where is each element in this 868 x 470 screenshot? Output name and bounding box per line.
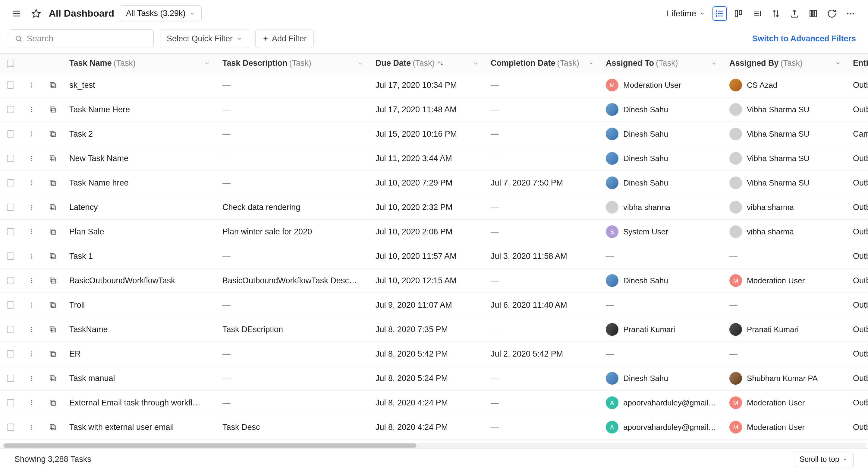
- due-date-cell: Jul 8, 2020 7:35 PM: [370, 325, 485, 334]
- table-row[interactable]: Task 1—Jul 10, 2020 11:57 AMJul 3, 2020 …: [0, 244, 868, 268]
- tasks-filter-dropdown[interactable]: All Tasks (3.29k): [120, 5, 202, 22]
- open-task-icon[interactable]: [42, 106, 63, 113]
- list-view-button[interactable]: [712, 6, 727, 21]
- svg-point-19: [847, 13, 848, 14]
- table-row[interactable]: TaskNameTask DEscriptionJul 8, 2020 7:35…: [0, 317, 868, 342]
- assigned-to-cell: Pranati Kumari: [600, 323, 723, 336]
- sort-button[interactable]: [769, 6, 783, 21]
- open-task-icon[interactable]: [42, 399, 63, 407]
- table-row[interactable]: Plan SalePlan winter sale for 2020Jul 10…: [0, 219, 868, 244]
- row-menu-button[interactable]: [21, 253, 42, 259]
- board-view-button[interactable]: [731, 6, 746, 21]
- topbar: All Dashboard All Tasks (3.29k) Lifetime: [0, 0, 868, 27]
- table-row[interactable]: ER—Jul 8, 2020 5:42 PMJul 2, 2020 5:42 P…: [0, 342, 868, 366]
- chevron-down-icon[interactable]: [711, 60, 717, 66]
- row-checkbox[interactable]: [0, 204, 21, 211]
- chevron-down-icon[interactable]: [472, 60, 478, 66]
- star-icon[interactable]: [29, 6, 43, 21]
- row-menu-button[interactable]: [21, 130, 42, 137]
- add-filter-button[interactable]: Add Filter: [255, 30, 314, 48]
- table-row[interactable]: Troll—Jul 9, 2020 11:07 AMJul 6, 2020 11…: [0, 293, 868, 317]
- open-task-icon[interactable]: [42, 81, 63, 89]
- scroll-to-top-button[interactable]: Scroll to top: [794, 451, 854, 467]
- svg-point-50: [31, 182, 32, 183]
- column-settings-button[interactable]: [750, 6, 764, 21]
- row-checkbox[interactable]: [0, 253, 21, 260]
- table-row[interactable]: Task Name Here—Jul 17, 2020 11:48 AM—Din…: [0, 97, 868, 122]
- row-checkbox[interactable]: [0, 130, 21, 138]
- svg-point-90: [31, 378, 32, 379]
- row-menu-button[interactable]: [21, 277, 42, 284]
- table-row[interactable]: LatencyCheck data renderingJul 10, 2020 …: [0, 195, 868, 219]
- open-task-icon[interactable]: [42, 301, 63, 309]
- row-menu-button[interactable]: [21, 375, 42, 382]
- row-checkbox[interactable]: [0, 423, 21, 431]
- col-due-label: Due Date: [375, 59, 411, 68]
- open-task-icon[interactable]: [42, 252, 63, 260]
- open-task-icon[interactable]: [42, 423, 63, 431]
- table-row[interactable]: Task with external user emailTask DescJu…: [0, 415, 868, 440]
- row-checkbox[interactable]: [0, 228, 21, 235]
- open-task-icon[interactable]: [42, 228, 63, 236]
- table-row[interactable]: sk_test—Jul 17, 2020 10:34 PM—MModeratio…: [0, 73, 868, 97]
- row-checkbox[interactable]: [0, 350, 21, 357]
- row-checkbox[interactable]: [0, 82, 21, 89]
- row-menu-button[interactable]: [21, 228, 42, 235]
- row-checkbox[interactable]: [0, 155, 21, 162]
- hamburger-menu-button[interactable]: [9, 6, 24, 21]
- table-row[interactable]: BasicOutboundWorkflowTaskBasicOutboundWo…: [0, 268, 868, 293]
- refresh-button[interactable]: [825, 6, 839, 21]
- row-menu-button[interactable]: [21, 302, 42, 308]
- assigned-to-cell: Dinesh Sahu: [600, 103, 723, 116]
- row-menu-button[interactable]: [21, 400, 42, 406]
- table-row[interactable]: Task Name hree—Jul 10, 2020 7:29 PMJul 7…: [0, 171, 868, 195]
- chevron-down-icon[interactable]: [588, 60, 594, 66]
- assigned-by-cell: Pranati Kumari: [723, 323, 847, 336]
- select-all-checkbox[interactable]: [0, 60, 21, 67]
- row-checkbox[interactable]: [0, 326, 21, 333]
- page-title: All Dashboard: [49, 8, 114, 19]
- row-menu-button[interactable]: [21, 155, 42, 162]
- horizontal-scrollbar[interactable]: [2, 443, 866, 448]
- table-row[interactable]: Task manual—Jul 8, 2020 5:24 PM—Dinesh S…: [0, 366, 868, 391]
- open-task-icon[interactable]: [42, 350, 63, 358]
- chevron-down-icon[interactable]: [358, 60, 364, 66]
- row-menu-button[interactable]: [21, 424, 42, 431]
- lifetime-dropdown[interactable]: Lifetime: [664, 6, 708, 21]
- chevron-up-icon: [842, 457, 848, 462]
- sort-descending-icon[interactable]: [437, 60, 443, 66]
- more-menu-button[interactable]: [843, 6, 858, 21]
- row-menu-button[interactable]: [21, 82, 42, 88]
- table-row[interactable]: External Email task through workfl…—Jul …: [0, 391, 868, 415]
- svg-point-66: [31, 258, 32, 259]
- open-task-icon[interactable]: [42, 130, 63, 138]
- open-task-icon[interactable]: [42, 276, 63, 285]
- chevron-down-icon[interactable]: [835, 60, 841, 66]
- settings-button[interactable]: [806, 6, 820, 21]
- row-checkbox[interactable]: [0, 277, 21, 284]
- open-task-icon[interactable]: [42, 154, 63, 162]
- open-task-icon[interactable]: [42, 325, 63, 333]
- row-checkbox[interactable]: [0, 399, 21, 406]
- row-menu-button[interactable]: [21, 204, 42, 211]
- row-menu-button[interactable]: [21, 351, 42, 357]
- row-menu-button[interactable]: [21, 179, 42, 186]
- quick-filter-dropdown[interactable]: Select Quick Filter: [160, 30, 249, 48]
- row-menu-button[interactable]: [21, 106, 42, 113]
- row-checkbox[interactable]: [0, 106, 21, 113]
- open-task-icon[interactable]: [42, 179, 63, 187]
- open-task-icon[interactable]: [42, 203, 63, 211]
- open-task-icon[interactable]: [42, 374, 63, 382]
- chevron-down-icon[interactable]: [204, 60, 210, 66]
- advanced-filters-link[interactable]: Switch to Advanced Filters: [752, 34, 858, 43]
- row-checkbox[interactable]: [0, 179, 21, 186]
- task-name-cell: sk_test: [63, 81, 216, 90]
- search-input[interactable]: [27, 34, 148, 43]
- table-row[interactable]: Task 2—Jul 15, 2020 10:16 PM—Dinesh Sahu…: [0, 122, 868, 146]
- row-menu-button[interactable]: [21, 326, 42, 333]
- row-checkbox[interactable]: [0, 301, 21, 309]
- row-checkbox[interactable]: [0, 375, 21, 382]
- export-button[interactable]: [787, 6, 802, 21]
- search-box[interactable]: [9, 29, 154, 48]
- table-row[interactable]: New Task Name—Jul 11, 2020 3:44 AM—Dines…: [0, 146, 868, 171]
